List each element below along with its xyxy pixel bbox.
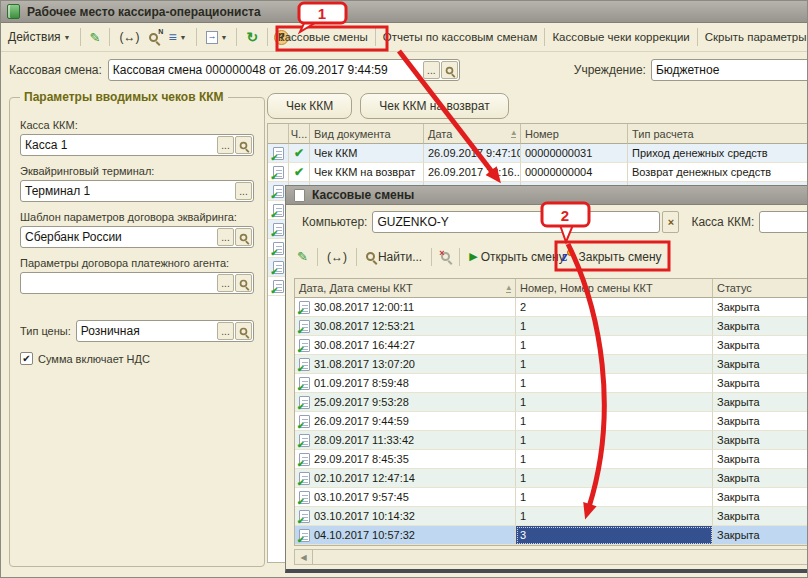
institution-field-input[interactable]: Бюджетное	[651, 59, 808, 81]
main-toolbar: Действия ▼ ✎ (↔) N ≡▼ ▼ ↻ ? Кассовые сме…	[1, 23, 807, 52]
document-icon	[294, 189, 305, 202]
vat-checkbox-label: Сумма включает НДС	[38, 353, 150, 365]
acquiring-field-input[interactable]: Сбербанк России ...	[20, 226, 254, 248]
posted-doc-icon	[273, 166, 284, 179]
magnifier-button[interactable]	[235, 228, 252, 246]
shifts-table-row[interactable]: 30.08.2017 16:44:27 1 Закрыта	[295, 336, 808, 355]
posted-doc-icon	[273, 147, 284, 160]
magnifier-button[interactable]	[235, 136, 252, 154]
shifts-table-row[interactable]: 01.09.2017 8:59:48 1 Закрыта	[295, 374, 808, 393]
shifts-table-header: Дата, Дата смены ККТ▴ Номер, Номер смены…	[295, 279, 808, 298]
shifts-table-row[interactable]: 30.08.2017 12:00:11 2 Закрыта	[295, 298, 808, 317]
kkm-filter-input[interactable]	[759, 211, 808, 233]
nav-skryt-parametry-button[interactable]: Скрыть параметры	[700, 27, 807, 47]
ellipsis-button[interactable]: ...	[217, 322, 234, 340]
posted-doc-icon	[299, 396, 310, 409]
autowidth-icon[interactable]: (↔)	[116, 28, 142, 46]
posted-doc-icon	[273, 242, 284, 255]
price-field-label: Тип цены:	[20, 325, 71, 337]
shifts-table-row[interactable]: 04.10.2017 10:57:32 3 Закрыта	[295, 526, 808, 545]
check-buttons-row: Чек ККМ Чек ККМ на возврат	[267, 93, 509, 119]
nav-kassovye-smeny-button[interactable]: Кассовые смены	[273, 27, 373, 47]
edit-icon[interactable]: ✎	[294, 247, 311, 266]
header-doc-col[interactable]: Вид документа	[310, 124, 424, 144]
shift-field-label: Кассовая смена:	[9, 63, 102, 77]
shifts-table-row[interactable]: 03.10.2017 10:14:32 1 Закрыта	[295, 507, 808, 526]
nav-cheki-korrekcii-button[interactable]: Кассовые чеки коррекции	[547, 27, 694, 47]
list-settings-icon[interactable]: ≡▼	[165, 30, 189, 44]
ellipsis-button[interactable]: ...	[423, 61, 440, 79]
find-by-number-icon[interactable]: N	[146, 31, 161, 44]
posted-doc-icon	[273, 261, 284, 274]
header-shift-number-col[interactable]: Номер, Номер смены ККТ	[516, 279, 713, 298]
sort-asc-icon: ▴	[506, 284, 511, 293]
magnifier-button[interactable]	[441, 61, 458, 79]
find-button[interactable]: Найти...	[363, 248, 425, 266]
shifts-table-row[interactable]: 25.09.2017 9:53:28 1 Закрыта	[295, 393, 808, 412]
edit-icon[interactable]: ✎	[87, 28, 104, 47]
terminal-field-input[interactable]: Терминал 1 ...	[20, 180, 254, 202]
checks-table-row[interactable]: ✔ Чек ККМ 26.09.2017 9:47:10 00000000031…	[268, 144, 808, 163]
header-date-col[interactable]: Дата▴	[424, 124, 521, 144]
shifts-table-row[interactable]: 26.09.2017 9:44:59 1 Закрыта	[295, 412, 808, 431]
toolbar-separator	[80, 28, 81, 46]
header-paytype-col[interactable]: Тип расчета	[628, 124, 808, 144]
posted-doc-icon	[299, 529, 310, 542]
open-shift-button[interactable]: ▶Открыть смену	[466, 248, 567, 266]
shift-field-input[interactable]: Кассовая смена 000000048 от 26.09.2017 9…	[108, 59, 460, 81]
export-icon[interactable]: ▼	[203, 29, 231, 46]
magnifier-button[interactable]	[235, 322, 252, 340]
computer-field-label: Компьютер:	[302, 215, 367, 229]
shifts-table-row[interactable]: 30.08.2017 12:53:21 1 Закрыта	[295, 317, 808, 336]
vat-checkbox[interactable]: ✔	[20, 352, 33, 365]
cancel-find-icon[interactable]: ×	[438, 250, 453, 263]
chek-kkm-button[interactable]: Чек ККМ	[267, 93, 352, 119]
nav-otchety-button[interactable]: Отчеты по кассовым сменам	[378, 27, 543, 47]
shifts-table-row[interactable]: 28.09.2017 11:33:42 1 Закрыта	[295, 431, 808, 450]
ellipsis-button[interactable]: ...	[217, 228, 234, 246]
scroll-left-icon[interactable]: ◀	[295, 550, 313, 564]
checks-table-header: Ч... Вид документа Дата▴ Номер Тип расче…	[268, 124, 808, 144]
shifts-table-row[interactable]: 03.10.2017 9:57:45 1 Закрыта	[295, 488, 808, 507]
posted-doc-icon	[299, 453, 310, 466]
posted-doc-icon	[299, 415, 310, 428]
autowidth-icon[interactable]: (↔)	[324, 248, 350, 266]
refresh-icon[interactable]: ↻	[243, 27, 261, 47]
shifts-table-row[interactable]: 29.09.2017 8:45:35 1 Закрыта	[295, 450, 808, 469]
ellipsis-button[interactable]: ...	[235, 182, 252, 200]
checks-table-row[interactable]: ✔ Чек ККМ на возврат 26.09.2017 12:16...…	[268, 163, 808, 182]
chek-kkm-vozvrat-button[interactable]: Чек ККМ на возврат	[360, 93, 508, 119]
shifts-toolbar: ✎ (↔) Найти... × ▶Открыть смену z Закрыт…	[286, 243, 808, 270]
app-icon	[7, 4, 20, 19]
shifts-table-body: 30.08.2017 12:00:11 2 Закрыта 30.08.2017…	[295, 298, 808, 545]
main-window-title: Рабочее место кассира-операциониста	[27, 5, 261, 19]
toolbar-separator	[109, 28, 110, 46]
shifts-table-row[interactable]: 02.10.2017 12:47:14 1 Закрыта	[295, 469, 808, 488]
computer-field-input[interactable]: GUZENKO-Y	[372, 211, 660, 233]
header-check-col[interactable]: Ч...	[289, 124, 310, 144]
posted-doc-icon	[299, 434, 310, 447]
shifts-table-row[interactable]: 31.08.2017 13:07:20 1 Закрыта	[295, 355, 808, 374]
header-number-col[interactable]: Номер	[521, 124, 628, 144]
toolbar-separator	[267, 28, 268, 46]
price-field-input[interactable]: Розничная ...	[76, 320, 254, 342]
header-status-col[interactable]: Статус	[713, 279, 808, 298]
shifts-table: Дата, Дата смены ККТ▴ Номер, Номер смены…	[294, 278, 808, 546]
ellipsis-button[interactable]: ...	[217, 136, 234, 154]
clear-field-button[interactable]: ×	[662, 211, 679, 233]
horizontal-scrollbar[interactable]: ◀	[294, 549, 808, 565]
actions-menu[interactable]: Действия ▼	[5, 28, 74, 46]
header-state-col[interactable]	[268, 124, 289, 144]
posted-doc-icon	[299, 339, 310, 352]
magnifier-button[interactable]	[235, 274, 252, 292]
posted-doc-icon	[273, 204, 284, 217]
ellipsis-button[interactable]: ...	[217, 274, 234, 292]
agent-field-input[interactable]: ...	[20, 272, 254, 294]
close-shift-button[interactable]: z Закрыть смену	[559, 243, 665, 270]
posted-doc-icon	[299, 377, 310, 390]
header-shift-date-col[interactable]: Дата, Дата смены ККТ▴	[295, 279, 516, 298]
posted-doc-icon	[299, 358, 310, 371]
play-icon: ▶	[469, 250, 477, 263]
params-panel: Параметры вводимых чеков ККМ Касса ККМ: …	[9, 97, 265, 567]
kkm-field-input[interactable]: Касса 1 ...	[20, 134, 254, 156]
